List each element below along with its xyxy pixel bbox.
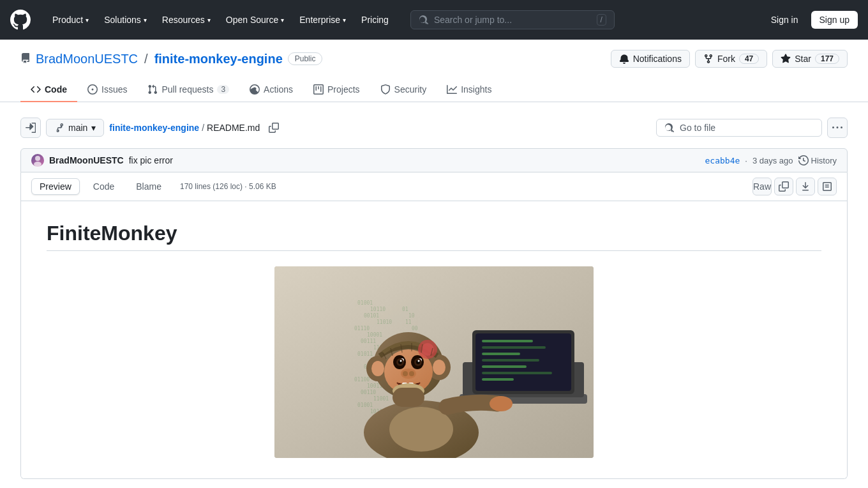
sidebar-toggle-button[interactable] (20, 118, 41, 138)
branch-selector[interactable]: main ▾ (46, 119, 104, 137)
svg-text:01011: 01011 (357, 351, 373, 357)
star-label: Star (795, 54, 811, 64)
svg-text:00111: 00111 (361, 339, 376, 344)
repo-icon (20, 53, 31, 65)
top-nav-links: Product ▾ Solutions ▾ Resources ▾ Open S… (46, 10, 395, 30)
nav-open-source[interactable]: Open Source ▾ (220, 10, 291, 30)
svg-rect-33 (482, 340, 533, 342)
svg-point-61 (409, 371, 414, 376)
readme-content: FiniteMonkey (21, 201, 847, 478)
branch-icon (54, 123, 64, 133)
go-to-file-input[interactable] (680, 123, 814, 133)
tab-projects-label: Projects (327, 84, 360, 95)
svg-text:10: 10 (408, 313, 415, 319)
file-info: 170 lines (126 loc) · 5.06 KB (180, 182, 276, 191)
history-icon (798, 155, 809, 165)
copy-raw-button[interactable] (774, 178, 793, 195)
nav-product[interactable]: Product ▾ (46, 10, 95, 30)
breadcrumb-repo-link[interactable]: finite-monkey-engine (109, 123, 199, 133)
view-tab-blame[interactable]: Blame (128, 178, 170, 195)
commit-time: 3 days ago (752, 156, 793, 165)
star-count: 177 (815, 54, 839, 64)
more-options-icon (832, 123, 842, 133)
download-button[interactable] (796, 178, 815, 195)
tab-security-label: Security (394, 84, 427, 95)
top-nav: Product ▾ Solutions ▾ Resources ▾ Open S… (0, 0, 868, 40)
star-icon (781, 54, 791, 64)
commit-message: fix pic error (129, 155, 173, 165)
svg-text:00110: 00110 (361, 390, 376, 395)
nav-pricing[interactable]: Pricing (355, 10, 395, 30)
svg-point-57 (400, 360, 402, 362)
breadcrumb-sep: / (202, 123, 204, 133)
more-options-button[interactable] (827, 118, 848, 138)
nav-enterprise[interactable]: Enterprise ▾ (293, 10, 352, 30)
tab-pull-requests[interactable]: Pull requests 3 (137, 78, 239, 102)
tab-insights[interactable]: Insights (437, 78, 502, 102)
search-input[interactable] (434, 15, 592, 25)
nav-solutions[interactable]: Solutions ▾ (98, 10, 153, 30)
svg-point-42 (490, 396, 513, 411)
svg-text:00101: 00101 (364, 313, 379, 319)
repo-name-link[interactable]: finite-monkey-engine (154, 52, 283, 66)
repo-title-row: BradMoonUESTC / finite-monkey-engine Pub… (20, 50, 848, 68)
commit-author: BradMoonUESTC (49, 155, 124, 165)
tab-code[interactable]: Code (20, 78, 77, 102)
repo-actions: Notifications Fork 47 Star 177 (611, 50, 848, 68)
history-label: History (811, 156, 837, 165)
svg-rect-35 (482, 353, 520, 355)
tab-issues[interactable]: Issues (77, 78, 137, 102)
tab-security[interactable]: Security (370, 78, 437, 102)
svg-rect-73 (393, 388, 424, 407)
github-logo[interactable] (10, 10, 31, 30)
sign-up-button[interactable]: Sign up (811, 11, 858, 29)
actions-icon (250, 84, 260, 95)
main-content: main ▾ finite-monkey-engine / README.md (0, 102, 868, 488)
svg-point-60 (403, 371, 408, 376)
tab-actions[interactable]: Actions (239, 78, 303, 102)
repo-owner-link[interactable]: BradMoonUESTC (36, 52, 138, 66)
fork-button[interactable]: Fork 47 (695, 50, 767, 68)
svg-text:11001: 11001 (373, 396, 389, 402)
copy-icon (269, 123, 279, 133)
svg-text:00: 00 (412, 326, 418, 332)
view-tab-code[interactable]: Code (85, 178, 123, 195)
readme-image: 0100110110 0010111010 0111010001 0011111… (274, 266, 594, 458)
product-chevron-icon: ▾ (86, 17, 89, 24)
raw-button[interactable]: Raw (752, 178, 772, 195)
repo-visibility-badge: Public (288, 52, 323, 65)
nav-resources[interactable]: Resources ▾ (156, 10, 217, 30)
resources-chevron-icon: ▾ (207, 17, 211, 24)
view-tab-preview[interactable]: Preview (31, 178, 80, 195)
file-viewer-toolbar: Preview Code Blame 170 lines (126 loc) ·… (21, 172, 847, 201)
copy-path-button[interactable] (265, 119, 283, 137)
sign-in-button[interactable]: Sign in (763, 11, 806, 29)
svg-point-47 (433, 360, 445, 375)
tab-projects[interactable]: Projects (303, 78, 370, 102)
copy-raw-icon (779, 181, 789, 192)
history-button[interactable]: History (798, 155, 837, 165)
go-to-file-search[interactable] (656, 119, 822, 137)
insights-icon (447, 84, 457, 95)
tab-code-label: Code (45, 84, 67, 95)
repo-tabs: Code Issues Pull requests 3 (20, 78, 848, 102)
star-button[interactable]: Star 177 (772, 50, 848, 68)
svg-text:01: 01 (402, 307, 408, 312)
download-icon (800, 181, 811, 192)
commit-separator: · (745, 156, 747, 165)
readme-title: FiniteMonkey (47, 222, 821, 251)
commit-row: BradMoonUESTC fix pic error ecabb4e · 3 … (20, 148, 848, 172)
file-viewer: Preview Code Blame 170 lines (126 loc) ·… (20, 172, 848, 479)
svg-rect-36 (482, 359, 539, 362)
svg-rect-34 (482, 346, 546, 349)
branch-name: main (68, 123, 87, 133)
notifications-button[interactable]: Notifications (611, 50, 690, 68)
fork-count: 47 (739, 54, 759, 64)
breadcrumb-file: README.md (207, 123, 260, 133)
search-box[interactable]: / (410, 10, 615, 29)
outline-button[interactable] (818, 178, 837, 195)
outline-icon (822, 181, 832, 192)
svg-text:01110: 01110 (354, 326, 370, 332)
go-to-file-search-icon (664, 123, 675, 133)
svg-text:01100: 01100 (354, 377, 370, 383)
